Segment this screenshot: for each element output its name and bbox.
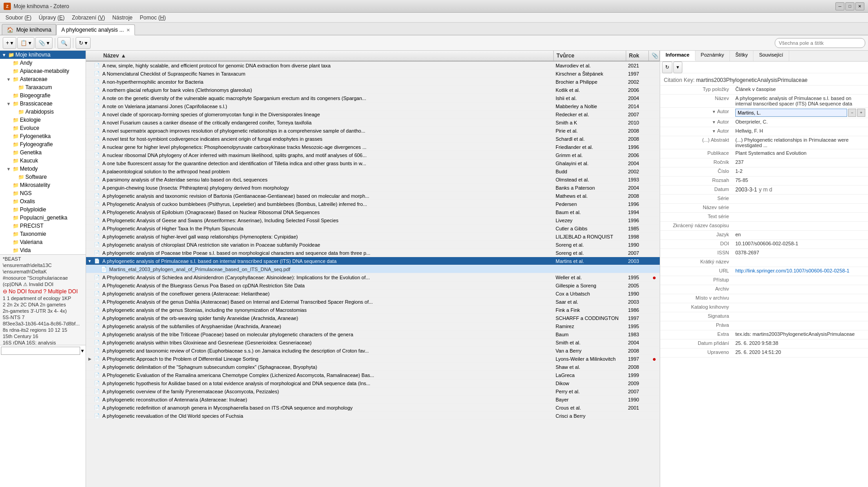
maximize-button[interactable]: □ [845,2,854,10]
right-toolbar-btn2[interactable]: ▾ [673,62,682,73]
value-signatura[interactable] [733,313,868,320]
sidebar-item-asteraceae[interactable]: 📁 Asteraceae [0,75,86,83]
tag-nodoi[interactable]: ⊖ No DOI found ? Multiple DOI [1,288,85,295]
value-rocnik[interactable]: 237 [733,159,868,167]
table-row[interactable]: 📄 A Phylogenetic Analysis of Geese and S… [86,216,660,224]
author-remove-btn-1[interactable]: − [848,109,856,117]
tag-16s[interactable]: 16S rDNA 16S: analysis [1,339,85,345]
value-datum[interactable]: 2003-3-1 y m d [733,186,868,194]
tag-beast[interactable]: *BEAST [1,256,85,262]
table-row[interactable]: 📄 A phylogenetic analysis of the orb-wea… [86,314,660,322]
value-autor3[interactable]: Hellwig, F. H [733,128,868,135]
table-row[interactable]: 📄 A Phylogenetic Analysis of the genus D… [86,298,660,306]
value-katalog[interactable] [733,304,868,311]
table-row[interactable]: 📄 A phylogenetic reconstruction of Anten… [86,396,660,404]
menu-help[interactable]: Pomoc (H) [136,14,169,22]
tag-5snts[interactable]: 5S-NTS 7 [1,314,85,320]
sidebar-item-fylogeografie[interactable]: 📁 Fylogeografie [0,140,86,148]
sidebar-item-populacni[interactable]: 📁 Populacni_genetika [0,214,86,222]
tag-1dept[interactable]: 1 1 department of ecology 1KP [1,295,85,301]
new-note-button[interactable]: 📋 ▾ [17,37,34,49]
new-item-button[interactable]: + ▾ [3,37,16,49]
value-extra[interactable]: tex.ids: martins2003PhylogeneticAnalysis… [733,331,868,339]
add-attachment-button[interactable]: 📎 ▾ [35,37,53,49]
value-url[interactable]: http://link.springer.com/10.1007/s00606-… [733,267,868,275]
sidebar-search-btn[interactable]: ▾ [80,348,85,354]
sidebar-item-metody[interactable]: 📁 Metody [0,165,86,173]
menu-edit[interactable]: Úpravy (E) [35,14,68,22]
table-row[interactable]: 📄 A penguin-chewing louse (Insecta: Phth… [86,184,660,192]
table-row[interactable]: 📄 A Nomenclatural Checklist of Supraspec… [86,70,660,78]
sidebar-item-oxalis[interactable]: 📁 Oxalis [0,197,86,205]
table-row[interactable]: 📄 A nuclear gene for higher level phylog… [86,143,660,151]
table-row[interactable]: 📄 A Phylogenetic Evaluation of the Ramal… [86,371,660,379]
right-tab-stitky[interactable]: Štítky [730,51,754,61]
table-row[interactable]: 📄 A phylogenetic analysis of the tribe T… [86,330,660,339]
table-row[interactable]: 📄 A novel test for host-symbiont codiver… [86,135,660,143]
table-row[interactable]: 📄 A phylogenetic redefinition of anamorp… [86,404,660,412]
value-zkraceny[interactable] [733,222,868,230]
value-serie[interactable] [733,195,868,203]
right-tab-informace[interactable]: Informace [660,51,695,61]
value-doi[interactable]: 10.1007/s00606-002-0258-1 [733,240,868,248]
table-row[interactable]: 📄 A phylogenetic and taxonomic review of… [86,347,660,355]
table-row[interactable]: 📄 A Phylogenetic Analysis of cuckoo bumb… [86,200,660,208]
tag-2ngametes[interactable]: 2n-gametes 3'-UTR 3x 4- 4x) [1,308,85,314]
table-row[interactable]: 📄 A phylogenetic analysis and taxonomic … [86,192,660,200]
table-row[interactable]: 📄 A note on Valeriana jatamansi Jones (C… [86,102,660,110]
sidebar-item-mikrosatelity[interactable]: 📁 Mikrosatelity [0,181,86,189]
sidebar-item-taraxacum[interactable]: 📁 Taraxacum [0,83,86,91]
table-row[interactable]: 📄 A phylogenetic delimitation of the "Sp… [86,363,660,371]
sidebar-item-software[interactable]: 📁 Software [0,173,86,181]
value-prava[interactable] [733,322,868,329]
sidebar-item-precist[interactable]: 📁 PRECIST [0,222,86,230]
value-rozsah[interactable]: 75-85 [733,177,868,185]
table-row[interactable]: 📄 A nuclear ribosomal DNA phylogeny of A… [86,151,660,159]
table-row[interactable]: 📄 A parsimony analysis of the Asteridae … [86,176,660,184]
tab-phylo-close[interactable]: ✕ [126,28,130,33]
close-button[interactable]: ✕ [855,2,864,10]
tag-deltak[interactable]: \ensuremath\DeltaK [1,268,85,275]
table-row[interactable]: 📄 A Phylogenetic Analysis of Higher Taxa… [86,224,660,233]
sidebar-item-kaucuk[interactable]: 📁 Kaucuk [0,157,86,165]
table-row[interactable]: 📄 A novel supermatrix approach improves … [86,127,660,135]
sidebar-item-valeriana[interactable]: 📁 Valeriana [0,238,86,246]
sidebar-item-andy[interactable]: 📁 Andy [0,59,86,67]
sidebar-item-vida[interactable]: 📁 Vida [0,246,86,254]
table-row[interactable]: 📄 A phylogenetic analysis of the subfami… [86,322,660,330]
sidebar-item-taxonomie[interactable]: 📁 Taxonomie [0,230,86,238]
tag-15th[interactable]: 15th Century 16 [1,333,85,339]
tag-uuid[interactable]: 8f3ee3a3-1b36-441a-8c86-7d8bf... [1,320,85,327]
value-nazev[interactable]: A phylogenetic analysis of Primulaceae s… [733,95,868,107]
sync-button[interactable]: ↻ ▾ [76,37,91,49]
tag-2n[interactable]: 2 2n 2x 2C DNA 2n gametes [1,301,85,308]
table-row[interactable]: 📄 A phylogenetic analysis of Poaceae tri… [86,249,660,257]
author-input-1[interactable] [735,109,847,117]
sidebar-item-ekologie[interactable]: 📁 Ekologie [0,116,86,124]
table-row[interactable]: 📄 A phylogenetic analysis of the genus S… [86,306,660,314]
tag-delta13c[interactable]: \ensuremath\delta13C [1,262,85,268]
table-row[interactable]: 📄 A new, simple, highly scalable, and ef… [86,62,660,70]
table-row[interactable]: 📄 A phylogenetic reevaluation of the Old… [86,412,660,420]
col-header-year[interactable]: Rok [626,51,649,61]
table-row[interactable]: 📄 A novel Fusarium causes a canker disea… [86,119,660,127]
value-cislo[interactable]: 1-2 [733,168,868,176]
table-row[interactable]: 📄 A one tube fluorescent assay for the q… [86,159,660,167]
table-row[interactable]: ▶ 📄 A Phylogenetic Approach to the Probl… [86,355,660,363]
value-typ[interactable]: Článek v časopise [733,86,868,94]
menu-tools[interactable]: Nástroje [109,14,136,22]
table-row[interactable]: 📄 A Phylogenetic Analysis of Schiedea an… [86,273,660,282]
value-abstrakt[interactable]: (...) Phylogenetic relationships in Prim… [733,137,868,148]
value-archiv[interactable] [733,286,868,293]
value-kratky[interactable] [733,258,868,266]
table-row[interactable]: 📄 A novel clade of sporocarp-forming spe… [86,110,660,119]
value-autor2[interactable]: Oberprieler, C. [733,119,868,126]
col-header-author[interactable]: Tvůrce [554,51,626,61]
sidebar-search-input[interactable] [1,347,80,355]
author-add-btn-1[interactable]: + [857,109,865,117]
table-row[interactable]: 📄 A phylogenetic analysis of the coneflo… [86,290,660,298]
sidebar-item-ngs[interactable]: 📁 NGS [0,189,86,197]
value-text-serie[interactable] [733,213,868,221]
right-tab-souvisejici[interactable]: Související [753,51,789,61]
tag-cpdna[interactable]: (cp)DNA ⚠ Invalid DOI [1,281,85,288]
